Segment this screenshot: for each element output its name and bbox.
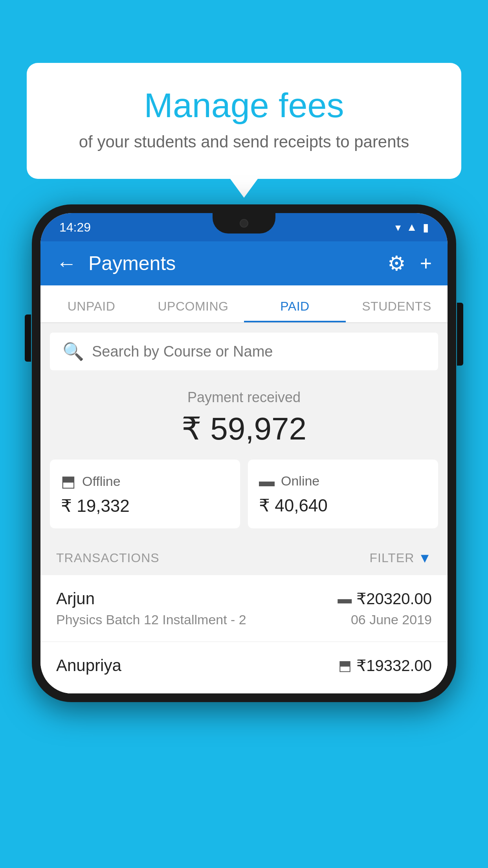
tab-paid[interactable]: PAID [244, 285, 346, 322]
table-row[interactable]: Arjun ▬ ₹20320.00 Physics Batch 12 Insta… [40, 575, 448, 642]
transaction-amount: ₹20320.00 [356, 590, 432, 608]
app-bar-title: Payments [88, 252, 376, 275]
phone-outer: 14:29 ▾ ▲ ▮ ← Payments ⚙ + UNPAID [32, 204, 456, 702]
transaction-detail: Physics Batch 12 Installment - 2 [56, 612, 246, 627]
offline-card: ⬒ Offline ₹ 19,332 [50, 460, 240, 528]
status-time: 14:29 [59, 220, 91, 235]
card-payment-icon: ▬ [338, 590, 352, 607]
offline-label: Offline [82, 474, 121, 489]
transaction-amount-wrap: ▬ ₹20320.00 [338, 590, 432, 608]
offline-amount: ₹ 19,332 [61, 496, 229, 516]
online-amount: ₹ 40,640 [259, 495, 427, 515]
offline-card-header: ⬒ Offline [61, 472, 229, 490]
offline-icon: ⬒ [61, 472, 76, 490]
camera-dot [240, 219, 248, 228]
transaction-name: Arjun [56, 589, 95, 608]
tab-upcoming[interactable]: UPCOMING [142, 285, 244, 322]
offline-payment-icon: ⬒ [338, 657, 352, 674]
search-icon: 🔍 [62, 341, 84, 362]
filter-icon: ▼ [418, 550, 432, 566]
phone-screen: 14:29 ▾ ▲ ▮ ← Payments ⚙ + UNPAID [40, 213, 448, 693]
transactions-label: TRANSACTIONS [56, 551, 160, 565]
transaction-row-top: Arjun ▬ ₹20320.00 [56, 589, 432, 608]
status-bar: 14:29 ▾ ▲ ▮ [40, 213, 448, 241]
transaction-row-top: Anupriya ⬒ ₹19332.00 [56, 656, 432, 675]
bubble-title: Manage fees [46, 86, 442, 125]
settings-icon[interactable]: ⚙ [387, 252, 406, 275]
tabs: UNPAID UPCOMING PAID STUDENTS [40, 285, 448, 323]
speech-bubble: Manage fees of your students and send re… [27, 63, 461, 179]
wifi-icon: ▾ [395, 221, 401, 234]
tab-unpaid[interactable]: UNPAID [40, 285, 142, 322]
app-bar-actions: ⚙ + [387, 252, 432, 275]
payment-summary: Payment received ₹ 59,972 [40, 370, 448, 460]
back-button[interactable]: ← [56, 252, 77, 275]
transaction-amount-wrap: ⬒ ₹19332.00 [338, 657, 432, 675]
search-bar[interactable]: 🔍 [50, 333, 438, 370]
transaction-amount: ₹19332.00 [356, 657, 432, 675]
filter-label: FILTER [369, 551, 414, 565]
add-icon[interactable]: + [420, 252, 432, 275]
online-card: ▬ Online ₹ 40,640 [248, 460, 438, 528]
phone-wrapper: 14:29 ▾ ▲ ▮ ← Payments ⚙ + UNPAID [32, 204, 456, 702]
bubble-subtitle: of your students and send receipts to pa… [46, 132, 442, 151]
search-input[interactable] [92, 343, 426, 360]
transaction-name: Anupriya [56, 656, 121, 675]
app-bar: ← Payments ⚙ + [40, 241, 448, 285]
online-icon: ▬ [259, 472, 275, 490]
tab-students[interactable]: STUDENTS [346, 285, 448, 322]
signal-icon: ▲ [406, 221, 417, 234]
transactions-header: TRANSACTIONS FILTER ▼ [40, 541, 448, 575]
transaction-date: 06 June 2019 [351, 612, 432, 627]
payment-label: Payment received [50, 389, 438, 406]
table-row[interactable]: Anupriya ⬒ ₹19332.00 [40, 642, 448, 693]
transaction-row-bottom: Physics Batch 12 Installment - 2 06 June… [56, 612, 432, 627]
status-icons: ▾ ▲ ▮ [395, 221, 429, 234]
notch [213, 213, 275, 234]
filter-button[interactable]: FILTER ▼ [369, 550, 432, 566]
payment-amount: ₹ 59,972 [50, 410, 438, 447]
payment-cards: ⬒ Offline ₹ 19,332 ▬ Online ₹ 40,640 [40, 460, 448, 541]
online-label: Online [281, 473, 319, 489]
battery-icon: ▮ [423, 221, 429, 234]
online-card-header: ▬ Online [259, 472, 427, 490]
